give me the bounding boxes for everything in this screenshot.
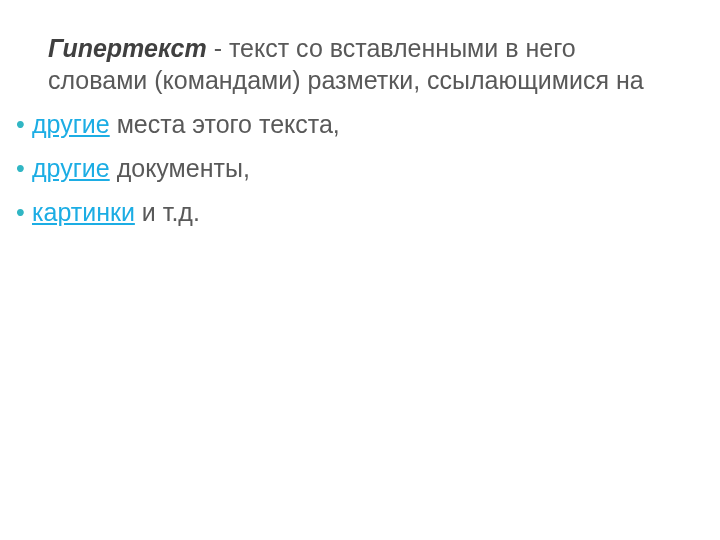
bullet-list: другие места этого текста, другие докуме… — [48, 108, 672, 228]
list-item: картинки и т.д. — [32, 196, 672, 228]
list-item: другие документы, — [32, 152, 672, 184]
hyperlink[interactable]: картинки — [32, 198, 135, 226]
slide: Гипертекст - текст со вставленными в нег… — [0, 0, 720, 540]
hyperlink[interactable]: другие — [32, 154, 110, 182]
item-text: и т.д. — [135, 198, 200, 226]
item-text: места этого текста, — [110, 110, 340, 138]
intro-paragraph: Гипертекст - текст со вставленными в нег… — [48, 32, 672, 96]
item-text: документы, — [110, 154, 250, 182]
list-item: другие места этого текста, — [32, 108, 672, 140]
hyperlink[interactable]: другие — [32, 110, 110, 138]
term: Гипертекст — [48, 34, 207, 62]
